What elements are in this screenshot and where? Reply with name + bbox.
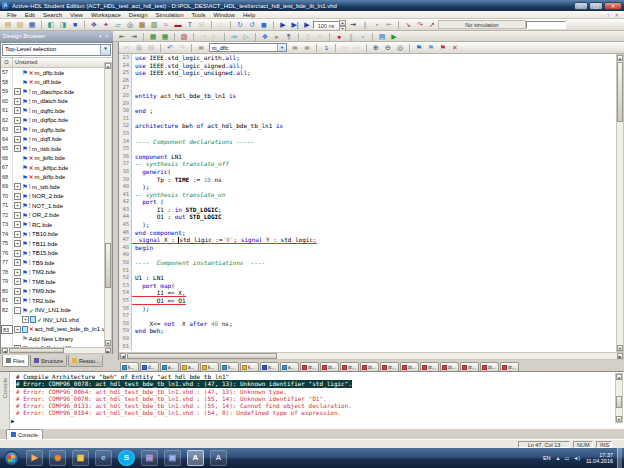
tab-files[interactable]: Files	[2, 355, 29, 367]
new-source-button[interactable]: ▱	[113, 20, 124, 30]
scrollbar-thumb[interactable]	[617, 62, 623, 122]
console-message[interactable]: -# Error: COMP96_0078: act_hdl_test_bde_…	[10, 395, 610, 402]
taskbar-app-text-editor[interactable]: A	[210, 450, 227, 466]
menu-view[interactable]: View	[66, 12, 87, 18]
document-tab[interactable]: a...	[180, 362, 199, 371]
code-line[interactable]: 31	[119, 115, 617, 123]
menu-help[interactable]: Help	[239, 12, 259, 18]
expand-icon[interactable]: +	[14, 259, 21, 266]
menu-window[interactable]: Window	[210, 12, 239, 18]
find-next-button[interactable]: ∞	[290, 43, 301, 53]
list-item[interactable]: 71+⚑!NOT_1.bde	[1, 201, 105, 211]
document-tab[interactable]: dr...	[400, 362, 419, 371]
cut-button[interactable]: ✂	[122, 43, 133, 53]
text-tool-button[interactable]: T	[185, 20, 196, 30]
expand-icon[interactable]: +	[14, 231, 21, 238]
document-tab[interactable]: dr...	[500, 362, 519, 371]
list-item[interactable]: 68+⚑✕m_jkffp.bde	[1, 173, 105, 183]
open-button[interactable]: ▨	[15, 20, 26, 30]
list-item[interactable]: 81+⚑!TR2.bde	[1, 296, 105, 306]
export-button[interactable]: ❖	[260, 32, 271, 42]
compile-button[interactable]: ▨	[179, 32, 190, 42]
expand-icon[interactable]: +	[22, 316, 29, 323]
expand-icon[interactable]: +	[14, 288, 21, 295]
code-line[interactable]: 40 );	[119, 183, 617, 191]
design-flow-button[interactable]: ✦	[101, 20, 112, 30]
code-line[interactable]: 33	[119, 130, 617, 138]
scroll-down-icon[interactable]: ▼	[105, 340, 111, 346]
editor-vertical-scrollbar[interactable]: ▲ ▼	[616, 54, 624, 352]
scroll-down-icon[interactable]: ▼	[617, 345, 623, 351]
waveform-viewer-button[interactable]: ≈	[161, 20, 172, 30]
disconnect-button[interactable]: ◌	[216, 20, 227, 30]
code-line[interactable]: 45 );	[119, 221, 617, 229]
list-item[interactable]: 69+⚑!m_tsb.bde	[1, 182, 105, 192]
taskbar-app-winrar[interactable]: ▤	[141, 450, 158, 466]
unsorted-column-header[interactable]: Unsorted	[13, 58, 112, 67]
list-item[interactable]: 75+⚑!TB11.bde	[1, 239, 105, 249]
taskbar-app-internet-explorer[interactable]: e	[95, 450, 112, 466]
copy-button[interactable]: ▣	[134, 43, 145, 53]
code-line[interactable]: 49	[119, 251, 617, 259]
menu-tools[interactable]: Tools	[188, 12, 210, 18]
search-combo[interactable]: m_dffc▼	[209, 43, 287, 52]
expand-icon[interactable]: +	[14, 117, 21, 124]
document-tab[interactable]: d...	[140, 362, 159, 371]
expand-icon[interactable]: +	[14, 278, 21, 285]
code-line[interactable]: 38 generic(	[119, 168, 617, 176]
taskbar-app-firefox[interactable]: ◉	[49, 450, 66, 466]
scroll-left-icon[interactable]: ◀	[2, 348, 8, 353]
uncomment-button[interactable]: ⊢	[210, 32, 221, 42]
code-line[interactable]: 58 X<= not X after 40 ns;	[119, 320, 617, 328]
list-item[interactable]: 66+⚑✕m_jkffc.bde	[1, 154, 105, 164]
scrollbar-thumb[interactable]	[105, 243, 111, 288]
list-item[interactable]: 57+⚑✕m_dffp.bde	[1, 68, 105, 78]
workspace-button[interactable]: ▩	[137, 20, 148, 30]
clock[interactable]: 17:37 11.04.2016	[586, 452, 613, 465]
list-item[interactable]: 64+⚑!m_dqff.bde	[1, 135, 105, 145]
list-item[interactable]: 65+⚑!m_itsb.bde	[1, 144, 105, 154]
menu-simulation[interactable]: Simulation	[152, 12, 188, 18]
list-item[interactable]: 80+⚑!TM9.bde	[1, 287, 105, 297]
list-item[interactable]: 60+⚑!m_dlatch.bde	[1, 97, 105, 107]
list-column-headers[interactable]: O Unsorted	[1, 57, 112, 68]
hidden-icons-chevron[interactable]: ▲	[556, 455, 561, 461]
taskbar-app-media-player[interactable]: ▶	[26, 450, 43, 466]
document-tab[interactable]: dr...	[420, 362, 439, 371]
code-line[interactable]: 24use IEEE.std_logic_signed.all;	[119, 62, 617, 70]
next-bookmark-button[interactable]: ⚑	[426, 43, 437, 53]
code-line[interactable]: 29	[119, 100, 617, 108]
sync-view-button[interactable]: ≈	[315, 32, 326, 42]
list-item[interactable]: 82-⚑✓INV_LN1.bde	[1, 306, 105, 316]
expand-icon[interactable]: +	[14, 326, 21, 333]
scrollbar-thumb[interactable]	[616, 396, 622, 408]
console-scrollbar[interactable]: ▲ ▼	[615, 373, 623, 423]
trace-over-button[interactable]: ↷	[415, 20, 426, 30]
list-item[interactable]: 70+⚑!NOR_2.bde	[1, 192, 105, 202]
document-tab[interactable]: dr...	[320, 362, 339, 371]
code-line[interactable]: 51	[119, 267, 617, 275]
chevron-down-icon[interactable]: ▼	[100, 45, 110, 55]
expand-icon[interactable]: +	[14, 126, 21, 133]
expand-icon[interactable]: +	[14, 221, 21, 228]
menu-workspace[interactable]: Workspace	[87, 12, 125, 18]
taskbar-app-word[interactable]: ▣	[164, 450, 181, 466]
hdl-editor-button[interactable]: ▥	[149, 20, 160, 30]
expand-icon[interactable]: +	[14, 145, 21, 152]
scroll-left-icon[interactable]: ◀	[120, 353, 126, 359]
code-line[interactable]: 42 port (	[119, 198, 617, 206]
code-line[interactable]: 53 port map(	[119, 282, 617, 290]
list-item[interactable]: 63+⚑!m_dqffp.bde	[1, 125, 105, 135]
code-line[interactable]: 39 Tp : TIME := 10 ns	[119, 176, 617, 184]
expand-icon[interactable]: +	[14, 202, 21, 209]
list-item[interactable]: 58+⚑✕m_dff.bde	[1, 78, 105, 88]
record-macro-button[interactable]: ●	[334, 32, 345, 42]
document-tab[interactable]: dr...	[340, 362, 359, 371]
macro-button[interactable]: ▤	[377, 32, 388, 42]
list-item[interactable]: 72+⚑!OR_2.bde	[1, 211, 105, 221]
step-into-button[interactable]: ⇥	[348, 20, 359, 30]
scroll-up-icon[interactable]: ▲	[105, 63, 111, 69]
start-button[interactable]	[4, 451, 19, 466]
initialize-simulation-button[interactable]: ↻	[235, 20, 246, 30]
code-line[interactable]: 28entity act_hdl_bde_tb_ln1 is	[119, 92, 617, 100]
